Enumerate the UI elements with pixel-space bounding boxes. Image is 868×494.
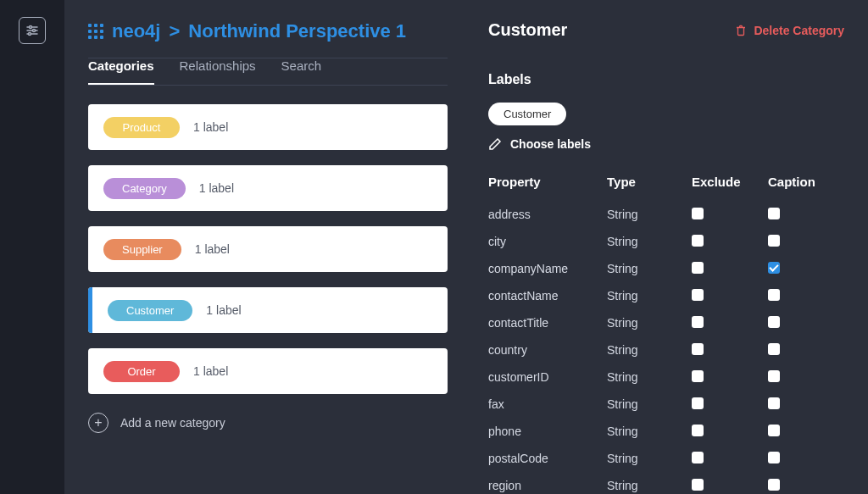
caption-checkbox[interactable]	[768, 479, 780, 491]
property-row: contactNameString	[488, 282, 844, 309]
category-pill: Order	[103, 361, 180, 382]
breadcrumb-perspective: Northwind Perspective 1	[188, 20, 406, 42]
exclude-checkbox[interactable]	[692, 370, 704, 382]
property-name: companyName	[488, 262, 607, 275]
app-grid-icon	[88, 24, 103, 39]
tabs: Categories Relationships Search	[88, 58, 448, 85]
category-pill: Product	[103, 117, 180, 138]
detail-panel: Customer Delete Category Labels Customer…	[471, 0, 868, 494]
property-type: String	[607, 316, 692, 330]
breadcrumb-sep: >	[169, 20, 180, 42]
trash-icon	[735, 25, 747, 36]
col-caption: Caption	[768, 175, 844, 189]
caption-checkbox[interactable]	[768, 425, 780, 436]
category-pill: Supplier	[103, 239, 181, 260]
add-category-label: Add a new category	[120, 416, 225, 430]
caption-checkbox[interactable]	[768, 316, 780, 328]
property-name: phone	[488, 425, 607, 438]
property-name: fax	[488, 397, 607, 411]
category-card[interactable]: Supplier1 label	[88, 226, 448, 272]
exclude-checkbox[interactable]	[692, 316, 704, 328]
property-type: String	[607, 208, 692, 221]
labels-section-title: Labels	[488, 72, 844, 87]
category-card[interactable]: Category1 label	[88, 165, 448, 211]
property-name: contactTitle	[488, 316, 607, 330]
exclude-checkbox[interactable]	[692, 452, 704, 463]
category-card[interactable]: Product1 label	[88, 104, 448, 150]
property-type: String	[607, 289, 692, 303]
property-name: address	[488, 208, 607, 221]
categories-panel: neo4j > Northwind Perspective 1 Categori…	[64, 0, 471, 494]
category-pill: Category	[103, 178, 186, 199]
caption-checkbox[interactable]	[768, 289, 780, 301]
exclude-checkbox[interactable]	[692, 397, 704, 409]
property-type: String	[607, 235, 692, 248]
property-name: country	[488, 343, 607, 357]
category-sublabel: 1 label	[206, 303, 241, 317]
divider	[88, 85, 448, 86]
property-row: regionString	[488, 472, 844, 494]
property-type: String	[607, 262, 692, 275]
pencil-icon	[488, 137, 502, 151]
exclude-checkbox[interactable]	[692, 343, 704, 355]
property-row: cityString	[488, 228, 844, 255]
category-sublabel: 1 label	[195, 242, 230, 256]
svg-point-1	[30, 26, 32, 29]
property-name: region	[488, 479, 607, 492]
caption-checkbox[interactable]	[768, 343, 780, 355]
tab-search[interactable]: Search	[281, 58, 322, 85]
caption-checkbox[interactable]	[768, 262, 780, 274]
category-sublabel: 1 label	[199, 181, 234, 195]
property-type: String	[607, 343, 692, 357]
property-type: String	[607, 370, 692, 384]
col-exclude: Exclude	[692, 175, 768, 189]
choose-labels-button[interactable]: Choose labels	[488, 137, 844, 151]
property-row: companyNameString	[488, 255, 844, 282]
property-type: String	[607, 397, 692, 411]
label-chip[interactable]: Customer	[488, 103, 566, 125]
caption-checkbox[interactable]	[768, 370, 780, 382]
exclude-checkbox[interactable]	[692, 208, 704, 219]
property-row: phoneString	[488, 418, 844, 445]
property-type: String	[607, 452, 692, 465]
property-row: addressString	[488, 201, 844, 228]
exclude-checkbox[interactable]	[692, 479, 704, 491]
caption-checkbox[interactable]	[768, 208, 780, 219]
caption-checkbox[interactable]	[768, 452, 780, 463]
exclude-checkbox[interactable]	[692, 235, 704, 247]
choose-labels-label: Choose labels	[510, 137, 591, 151]
exclude-checkbox[interactable]	[692, 262, 704, 274]
property-row: countryString	[488, 336, 844, 364]
delete-category-button[interactable]: Delete Category	[735, 24, 844, 37]
caption-checkbox[interactable]	[768, 397, 780, 409]
category-sublabel: 1 label	[193, 364, 228, 378]
property-row: faxString	[488, 391, 844, 418]
property-row: postalCodeString	[488, 445, 844, 472]
add-category-button[interactable]: + Add a new category	[88, 413, 448, 433]
property-row: contactTitleString	[488, 309, 844, 336]
property-row: customerIDString	[488, 364, 844, 391]
category-card[interactable]: Order1 label	[88, 348, 448, 394]
category-card[interactable]: Customer1 label	[88, 287, 448, 333]
tab-relationships[interactable]: Relationships	[180, 58, 256, 85]
breadcrumb[interactable]: neo4j > Northwind Perspective 1	[88, 20, 448, 42]
property-type: String	[607, 425, 692, 438]
exclude-checkbox[interactable]	[692, 425, 704, 436]
settings-icon[interactable]	[19, 17, 46, 44]
breadcrumb-db: neo4j	[112, 20, 160, 42]
plus-icon: +	[88, 413, 108, 433]
property-type: String	[607, 479, 692, 492]
svg-point-5	[29, 33, 31, 36]
property-name: customerID	[488, 370, 607, 384]
tab-categories[interactable]: Categories	[88, 58, 154, 85]
property-name: city	[488, 235, 607, 248]
property-name: contactName	[488, 289, 607, 303]
property-table: Property Type Exclude Caption addressStr…	[488, 175, 844, 494]
category-list: Product1 labelCategory1 labelSupplier1 l…	[88, 104, 448, 394]
left-rail	[0, 0, 64, 494]
svg-point-3	[33, 30, 36, 32]
caption-checkbox[interactable]	[768, 235, 780, 247]
main-area: neo4j > Northwind Perspective 1 Categori…	[64, 0, 868, 494]
col-type: Type	[607, 175, 692, 189]
exclude-checkbox[interactable]	[692, 289, 704, 301]
